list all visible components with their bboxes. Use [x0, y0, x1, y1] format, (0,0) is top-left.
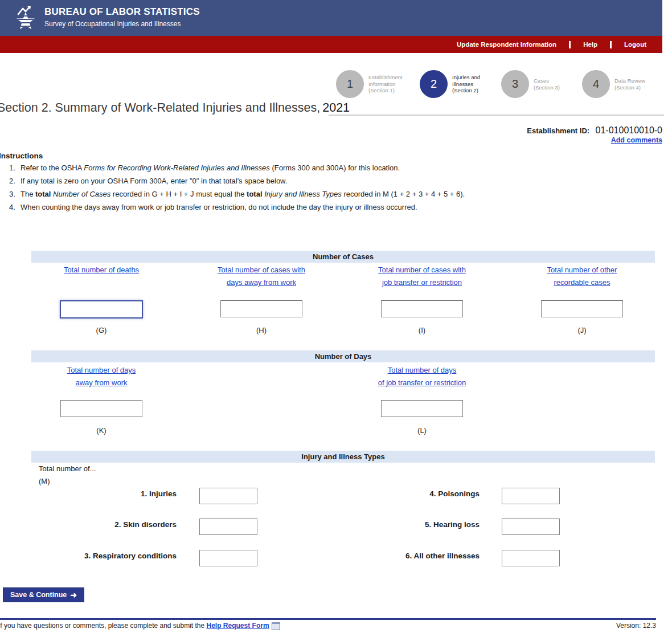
establishment-id-label: Establishment ID: [527, 126, 589, 135]
step-4-data-review: 4 Data Review(Section 4) [582, 70, 645, 98]
bls-logo-icon [14, 6, 38, 31]
page: BUREAU OF LABOR STATISTICS Survey of Occ… [0, 0, 672, 641]
input-k-days-away[interactable] [60, 400, 142, 417]
establishment-id-value: 01-010010010-0 [596, 125, 662, 135]
survey-year: 2021 [322, 101, 350, 115]
days-column-l: Total number of daysof job transfer or r… [344, 364, 500, 389]
step-1-label: EstablishmentInformation(Section 1) [368, 74, 403, 94]
letter-g: (G) [23, 326, 179, 334]
version-label: Version: 12.3 [616, 622, 656, 630]
title-divider [329, 115, 664, 116]
instruction-item: 3.The total Number of Cases recorded in … [9, 190, 636, 198]
other-recordable-cases-link[interactable]: Total number of otherrecordable cases [504, 264, 660, 289]
add-comments-link[interactable]: Add comments [611, 136, 662, 144]
instructions-list: 1.Refer to the OSHA Forms for Recording … [9, 164, 636, 217]
step-2-circle: 2 [420, 70, 448, 98]
total-deaths-link[interactable]: Total number of deaths [23, 264, 179, 276]
header-bar: BUREAU OF LABOR STATISTICS Survey of Occ… [0, 0, 662, 36]
cases-column-h: Total number of cases withdays away from… [183, 264, 339, 289]
step-3-cases: 3 Cases(Section 3) [501, 70, 560, 98]
respiratory-conditions-label: 3. Respiratory conditions [40, 552, 177, 560]
step-4-label: Data Review(Section 4) [614, 77, 645, 91]
instructions-heading: Instructions [0, 152, 43, 160]
input-m6-all-other-illnesses[interactable] [502, 550, 560, 566]
input-l-days-job-transfer[interactable] [381, 400, 463, 417]
survey-subtitle: Survey of Occupational Injuries and Illn… [44, 20, 200, 28]
input-h-days-away-cases[interactable] [220, 300, 302, 317]
number-of-cases-header: Number of Cases [31, 251, 655, 263]
cases-column-g: Total number of deaths [23, 264, 179, 276]
footer-help-text: If you have questions or comments, pleas… [0, 622, 280, 630]
letter-h: (H) [183, 326, 339, 334]
injury-types-header: Injury and Illness Types [31, 451, 655, 463]
logout-link[interactable]: Logout [624, 41, 646, 48]
input-m1-injuries[interactable] [199, 488, 257, 504]
help-link[interactable]: Help [583, 41, 597, 48]
step-1-establishment-information: 1 EstablishmentInformation(Section 1) [336, 70, 403, 98]
input-m2-skin-disorders[interactable] [199, 518, 257, 535]
letter-l: (L) [344, 426, 500, 435]
total-number-of-label: Total number of... [39, 464, 96, 473]
establishment-id-row: Establishment ID: 01-010010010-0 [527, 125, 662, 136]
nav-separator [610, 41, 612, 48]
input-m5-hearing-loss[interactable] [502, 518, 560, 535]
step-3-circle: 3 [501, 70, 529, 98]
letter-k: (K) [23, 426, 179, 435]
input-i-job-transfer-cases[interactable] [381, 300, 463, 317]
step-2-injuries-and-illnesses: 2 Injuries andIllnesses(Section 2) [420, 70, 480, 98]
step-4-circle: 4 [582, 70, 610, 98]
letter-i: (I) [344, 326, 500, 334]
cases-days-away-link[interactable]: Total number of cases withdays away from… [183, 264, 339, 289]
days-away-link[interactable]: Total number of daysaway from work [23, 364, 179, 389]
save-and-continue-button[interactable]: Save & Continue➜ [3, 587, 84, 602]
page-title: Section 2. Summary of Work-Related Injur… [0, 101, 350, 115]
input-g-total-deaths[interactable] [60, 300, 143, 319]
new-window-icon [272, 622, 280, 630]
step-2-label: Injuries andIllnesses(Section 2) [452, 74, 480, 94]
nav-separator [569, 41, 571, 48]
cases-job-transfer-link[interactable]: Total number of cases withjob transfer o… [344, 264, 500, 289]
poisonings-label: 4. Poisonings [343, 489, 480, 498]
agency-title: BUREAU OF LABOR STATISTICS [44, 6, 200, 18]
cases-column-j: Total number of otherrecordable cases [504, 264, 660, 289]
letter-j: (J) [504, 326, 660, 334]
instruction-item: 4.When counting the days away from work … [9, 203, 636, 211]
input-m3-respiratory-conditions[interactable] [199, 550, 257, 566]
input-m4-poisonings[interactable] [502, 488, 560, 504]
nav-bar: Update Respondent Information Help Logou… [0, 36, 662, 53]
update-respondent-link[interactable]: Update Respondent Information [457, 41, 556, 48]
days-column-k: Total number of daysaway from work [23, 364, 179, 389]
input-j-other-cases[interactable] [541, 300, 623, 317]
step-1-circle: 1 [336, 70, 364, 98]
skin-disorders-label: 2. Skin disorders [40, 520, 177, 529]
footer-divider [0, 618, 656, 620]
cases-column-i: Total number of cases withjob transfer o… [344, 264, 500, 289]
number-of-days-header: Number of Days [31, 350, 655, 362]
arrow-right-icon: ➜ [70, 590, 77, 599]
letter-m: (M) [39, 477, 50, 485]
all-other-illnesses-label: 6. All other illnesses [343, 552, 480, 560]
days-job-transfer-link[interactable]: Total number of daysof job transfer or r… [344, 364, 500, 389]
brand-block: BUREAU OF LABOR STATISTICS Survey of Occ… [44, 6, 200, 28]
step-3-label: Cases(Section 3) [534, 77, 560, 91]
injuries-label: 1. Injuries [40, 489, 177, 498]
instruction-item: 1.Refer to the OSHA Forms for Recording … [9, 164, 636, 172]
help-request-form-link[interactable]: Help Request Form [207, 622, 269, 630]
instruction-item: 2.If any total is zero on your OSHA Form… [9, 177, 636, 185]
hearing-loss-label: 5. Hearing loss [343, 520, 480, 529]
